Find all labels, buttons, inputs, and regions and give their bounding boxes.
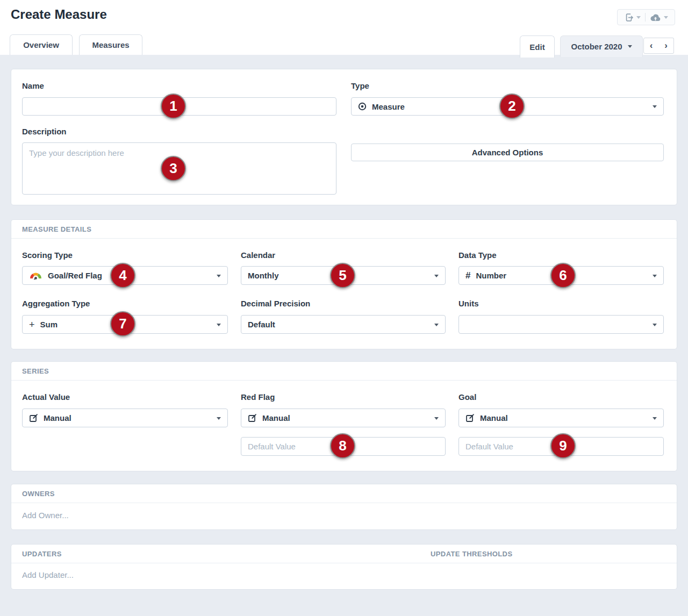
units-label: Units: [458, 299, 479, 308]
cloud-upload-caret-icon[interactable]: [664, 16, 668, 19]
actual-value-select[interactable]: Manual: [22, 409, 228, 427]
red-flag-caret-icon: [434, 417, 439, 420]
basic-info-panel: Name Description Type Measure Advanced O…: [11, 69, 677, 205]
decimal-precision-value: Default: [248, 320, 275, 329]
export-caret-icon[interactable]: [636, 16, 641, 19]
plus-icon: +: [29, 320, 35, 330]
scoring-type-caret-icon: [217, 275, 221, 277]
add-updater-field[interactable]: Add Updater...: [22, 570, 74, 579]
tab-measures-label: Measures: [92, 40, 129, 49]
updaters-title: UPDATERS: [22, 550, 62, 558]
annotation-badge-9: 9: [550, 433, 576, 459]
calendar-label: Calendar: [241, 250, 275, 260]
red-flag-value: Manual: [262, 413, 290, 422]
type-label: Type: [351, 81, 369, 90]
gauge-icon: [29, 271, 42, 280]
measure-details-header: MEASURE DETAILS: [11, 220, 677, 239]
aggregation-type-caret-icon: [217, 324, 221, 326]
edit-pencil-icon: [248, 413, 257, 422]
advanced-options-button[interactable]: Advanced Options: [351, 144, 664, 161]
type-caret-icon: [653, 105, 657, 108]
series-header: SERIES: [11, 362, 677, 381]
tab-overview[interactable]: Overview: [10, 34, 73, 55]
chevron-left-icon: ‹: [650, 40, 653, 51]
hash-icon: #: [465, 271, 470, 280]
decimal-precision-select[interactable]: Default: [241, 315, 446, 334]
tab-measures[interactable]: Measures: [79, 34, 142, 55]
create-measure-page: Create Measure Overview Measures Edit Oc…: [0, 0, 688, 616]
measure-details-title: MEASURE DETAILS: [22, 225, 91, 233]
annotation-badge-5: 5: [330, 263, 355, 288]
period-label: October 2020: [571, 42, 622, 51]
page-title: Create Measure: [11, 7, 107, 22]
annotation-badge-6: 6: [550, 263, 576, 288]
actual-value-label: Actual Value: [22, 392, 70, 402]
actual-value-value: Manual: [44, 413, 71, 422]
scoring-type-value: Goal/Red Flag: [48, 271, 102, 280]
series-title: SERIES: [22, 367, 49, 375]
data-type-value: Number: [476, 271, 506, 280]
units-select[interactable]: [458, 315, 664, 334]
content-area: Name Description Type Measure Advanced O…: [0, 55, 688, 616]
goal-label: Goal: [458, 392, 476, 402]
annotation-badge-7: 7: [110, 311, 135, 336]
units-caret-icon: [653, 324, 657, 326]
red-flag-label: Red Flag: [241, 392, 275, 402]
calendar-caret-icon: [434, 275, 439, 277]
aggregation-type-value: Sum: [40, 320, 58, 329]
decimal-precision-caret-icon: [434, 324, 439, 326]
update-thresholds-title: UPDATE THRESHOLDS: [431, 550, 512, 558]
annotation-badge-3: 3: [161, 156, 186, 181]
calendar-value: Monthly: [248, 271, 279, 280]
tab-edit-active[interactable]: Edit: [520, 35, 555, 58]
data-type-caret-icon: [653, 275, 657, 277]
period-caret-icon: [628, 45, 632, 48]
owners-header: OWNERS: [11, 484, 677, 503]
red-flag-select[interactable]: Manual: [241, 409, 446, 427]
updaters-header: UPDATERS UPDATE THRESHOLDS: [11, 545, 677, 563]
annotation-badge-8: 8: [330, 433, 355, 459]
data-type-label: Data Type: [458, 250, 497, 260]
edit-pencil-icon: [29, 413, 38, 422]
tab-edit-label: Edit: [529, 42, 544, 52]
tab-overview-label: Overview: [23, 40, 59, 49]
type-value: Measure: [372, 102, 405, 111]
description-label: Description: [22, 127, 67, 136]
toolbar-divider: [645, 13, 646, 22]
chevron-right-icon: ›: [664, 40, 668, 51]
period-selector[interactable]: October 2020: [560, 35, 643, 57]
previous-period-button[interactable]: ‹: [643, 38, 659, 54]
name-label: Name: [22, 81, 44, 90]
actual-value-caret-icon: [217, 417, 221, 420]
next-period-button[interactable]: ›: [658, 38, 674, 54]
annotation-badge-4: 4: [110, 263, 135, 288]
goal-caret-icon: [653, 417, 657, 420]
export-icon[interactable]: [625, 13, 634, 22]
goal-select[interactable]: Manual: [458, 409, 664, 427]
annotation-badge-1: 1: [161, 94, 186, 119]
annotation-badge-2: 2: [499, 94, 525, 119]
goal-value: Manual: [480, 413, 508, 422]
scoring-type-label: Scoring Type: [22, 250, 73, 260]
edit-pencil-icon: [465, 413, 475, 422]
aggregation-type-label: Aggregation Type: [22, 299, 90, 308]
owners-title: OWNERS: [22, 490, 55, 498]
owners-panel: OWNERS Add Owner...: [11, 484, 677, 530]
cloud-upload-icon[interactable]: [650, 13, 661, 22]
target-icon: [358, 102, 367, 111]
export-toolbar: [617, 9, 675, 25]
updaters-panel: UPDATERS UPDATE THRESHOLDS Add Updater..…: [11, 544, 677, 590]
add-owner-field[interactable]: Add Owner...: [22, 511, 69, 520]
decimal-precision-label: Decimal Precision: [241, 299, 310, 308]
